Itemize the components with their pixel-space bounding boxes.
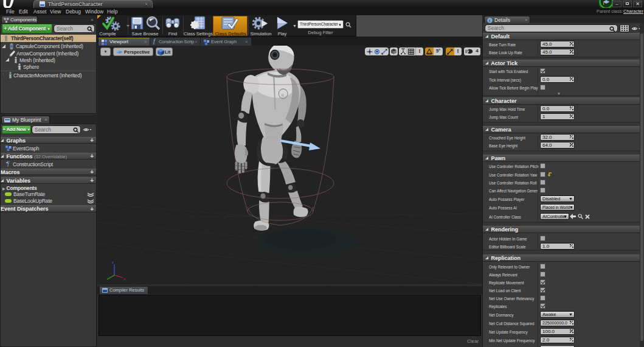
svg-text:z: z xyxy=(112,261,114,264)
svg-text:i: i xyxy=(489,18,490,23)
svg-text:x: x xyxy=(123,277,125,281)
svg-text:u: u xyxy=(281,91,283,97)
